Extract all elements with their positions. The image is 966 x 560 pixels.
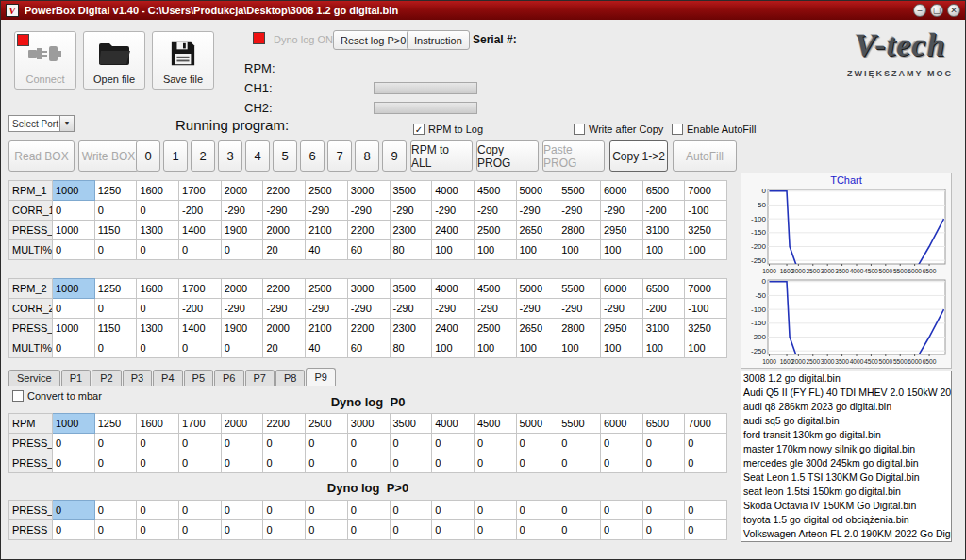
value-cell[interactable]: 2000: [263, 221, 306, 240]
value-cell[interactable]: 0: [685, 434, 727, 453]
value-cell[interactable]: 7000: [685, 414, 727, 434]
value-cell[interactable]: 0: [600, 434, 642, 453]
value-cell[interactable]: 0: [685, 520, 727, 540]
minimize-button[interactable]: –: [913, 4, 926, 17]
file-list-item[interactable]: Volkswagen Arteon FL 2.0 190KM 2022 Go D…: [741, 527, 951, 541]
value-cell[interactable]: 0: [53, 434, 95, 453]
file-list-item[interactable]: mercedes gle 300d 245km go digital.bin: [741, 456, 951, 470]
value-cell[interactable]: 80: [390, 338, 432, 358]
value-cell[interactable]: 0: [474, 520, 516, 540]
file-list-item[interactable]: seat leon 1.5tsi 150km go digital.bin: [741, 485, 951, 499]
value-cell[interactable]: 0: [347, 453, 390, 473]
value-cell[interactable]: -290: [347, 299, 390, 319]
value-cell[interactable]: 0: [558, 453, 601, 473]
value-cell[interactable]: 2500: [474, 319, 516, 338]
value-cell[interactable]: 0: [179, 434, 222, 453]
value-cell[interactable]: 7000: [685, 279, 727, 299]
value-cell[interactable]: 2200: [347, 221, 390, 240]
value-cell[interactable]: 0: [558, 520, 601, 540]
value-cell[interactable]: 0: [516, 453, 558, 473]
value-cell[interactable]: -200: [179, 201, 222, 221]
value-cell[interactable]: -290: [600, 299, 642, 319]
value-cell[interactable]: 0: [94, 501, 137, 520]
value-cell[interactable]: 3500: [390, 279, 432, 299]
value-cell[interactable]: 1400: [179, 221, 222, 240]
value-cell[interactable]: -100: [685, 299, 727, 319]
value-cell[interactable]: 0: [390, 434, 432, 453]
tab-p5[interactable]: P5: [184, 370, 213, 386]
value-cell[interactable]: 3250: [685, 319, 727, 338]
value-cell[interactable]: 0: [179, 501, 222, 520]
value-cell[interactable]: 1250: [94, 279, 137, 299]
value-cell[interactable]: 0: [263, 453, 306, 473]
value-cell[interactable]: 20: [263, 338, 306, 358]
value-cell[interactable]: -290: [558, 299, 601, 319]
value-cell[interactable]: 1000: [53, 221, 95, 240]
value-cell[interactable]: 0: [94, 240, 137, 260]
value-cell[interactable]: 6000: [600, 414, 642, 434]
value-cell[interactable]: 0: [390, 501, 432, 520]
digit-button-0[interactable]: 0: [136, 140, 160, 172]
value-cell[interactable]: 2650: [516, 319, 558, 338]
value-cell[interactable]: 0: [221, 501, 263, 520]
value-cell[interactable]: 100: [642, 338, 685, 358]
value-cell[interactable]: 0: [53, 201, 95, 221]
value-cell[interactable]: -290: [263, 201, 306, 221]
value-cell[interactable]: 20: [263, 240, 306, 260]
file-list-item[interactable]: ford transit 130km go digital.bin: [741, 428, 951, 442]
value-cell[interactable]: 2500: [474, 221, 516, 240]
digit-button-9[interactable]: 9: [382, 140, 407, 172]
file-list-item[interactable]: Seat Leon 1.5 TSI 130KM Go Digital.bin: [741, 470, 951, 485]
value-cell[interactable]: 0: [94, 434, 137, 453]
chevron-down-icon[interactable]: ▼: [59, 116, 74, 131]
value-cell[interactable]: 3000: [347, 181, 390, 201]
file-list-item[interactable]: toyota 1.5 go digital od obciążenia.bin: [741, 513, 951, 527]
value-cell[interactable]: 2200: [263, 279, 306, 299]
value-cell[interactable]: 1600: [137, 414, 179, 434]
reset-log-button[interactable]: Reset log P>0: [333, 30, 413, 50]
tab-p8[interactable]: P8: [275, 370, 305, 386]
value-cell[interactable]: 0: [53, 501, 95, 520]
tab-p2[interactable]: P2: [92, 370, 121, 386]
value-cell[interactable]: 100: [474, 240, 516, 260]
value-cell[interactable]: 2800: [558, 319, 601, 338]
value-cell[interactable]: 4500: [474, 279, 516, 299]
file-list-item[interactable]: master 170km nowy silnik go digital.bin: [741, 442, 951, 456]
value-cell[interactable]: 0: [558, 434, 601, 453]
digit-button-5[interactable]: 5: [273, 140, 297, 172]
value-cell[interactable]: -290: [474, 299, 516, 319]
tab-service[interactable]: Service: [8, 370, 60, 386]
value-cell[interactable]: 3100: [642, 221, 685, 240]
value-cell[interactable]: 2000: [221, 279, 263, 299]
value-cell[interactable]: 1700: [179, 279, 222, 299]
value-cell[interactable]: 4000: [432, 414, 475, 434]
value-cell[interactable]: 0: [137, 453, 179, 473]
value-cell[interactable]: 0: [432, 501, 475, 520]
value-cell[interactable]: 0: [137, 520, 179, 540]
digit-button-3[interactable]: 3: [218, 140, 242, 172]
value-cell[interactable]: 100: [432, 240, 475, 260]
value-cell[interactable]: 0: [685, 453, 727, 473]
value-cell[interactable]: 5500: [558, 181, 601, 201]
value-cell[interactable]: 100: [516, 240, 558, 260]
value-cell[interactable]: 0: [179, 520, 222, 540]
value-cell[interactable]: 0: [306, 434, 348, 453]
value-cell[interactable]: -200: [642, 201, 685, 221]
file-list-item[interactable]: Skoda Octavia IV 150KM Go Digital.bin: [741, 499, 951, 513]
value-cell[interactable]: 0: [474, 501, 516, 520]
value-cell[interactable]: -290: [432, 299, 475, 319]
digit-button-7[interactable]: 7: [327, 140, 352, 172]
value-cell[interactable]: 40: [306, 338, 348, 358]
value-cell[interactable]: 2950: [600, 319, 642, 338]
value-cell[interactable]: 4000: [432, 279, 475, 299]
value-cell[interactable]: 40: [306, 240, 348, 260]
digit-button-1[interactable]: 1: [163, 140, 188, 172]
value-cell[interactable]: -290: [263, 299, 306, 319]
rpm-to-all-button[interactable]: RPM to ALL: [410, 140, 473, 172]
value-cell[interactable]: 0: [516, 434, 558, 453]
tab-p1[interactable]: P1: [61, 370, 91, 386]
value-cell[interactable]: 100: [685, 240, 727, 260]
tab-p6[interactable]: P6: [214, 370, 243, 386]
copy-prog-button[interactable]: Copy PROG: [476, 140, 539, 172]
value-cell[interactable]: -290: [221, 201, 263, 221]
